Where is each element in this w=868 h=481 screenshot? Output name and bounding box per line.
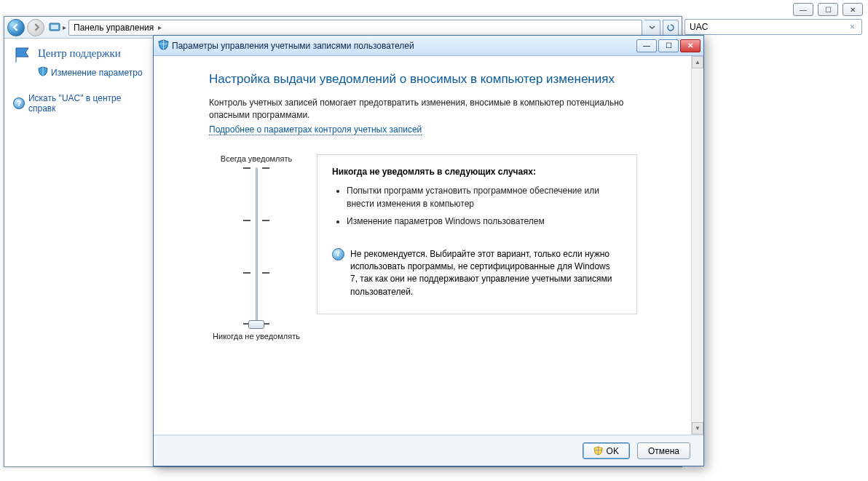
dialog-close-button[interactable]: ✕ bbox=[680, 39, 701, 52]
learn-more-link[interactable]: Подробнее о параметрах контроля учетных … bbox=[209, 124, 422, 135]
scroll-up-button[interactable]: ▲ bbox=[692, 56, 703, 68]
dialog-titlebar[interactable]: Параметры управления учетными записями п… bbox=[154, 36, 703, 56]
panel-note-text: Не рекомендуется. Выбирайте этот вариант… bbox=[350, 248, 616, 299]
panel-heading: Никогда не уведомлять в следующих случая… bbox=[332, 167, 623, 177]
shield-icon bbox=[593, 446, 603, 456]
ok-button[interactable]: OK bbox=[583, 442, 630, 459]
sidebar-subtitle-link[interactable]: Изменение параметро bbox=[38, 66, 151, 79]
help-icon: ? bbox=[13, 98, 25, 109]
slider-thumb[interactable] bbox=[248, 320, 264, 329]
dialog-scrollbar[interactable]: ▲ ▼ bbox=[691, 56, 703, 434]
dialog-description: Контроль учетных записей помогает предот… bbox=[209, 97, 660, 122]
slider-top-label: Всегда уведомлять bbox=[221, 154, 292, 163]
system-icon bbox=[48, 22, 61, 33]
nav-back-button[interactable] bbox=[7, 19, 25, 36]
uac-dialog: Параметры управления учетными записями п… bbox=[153, 35, 704, 466]
help-link-text: Искать "UAC" в центре справк bbox=[28, 93, 151, 114]
sidebar-subtitle-text: Изменение параметро bbox=[51, 68, 143, 78]
dialog-minimize-button[interactable]: — bbox=[636, 39, 657, 52]
address-path[interactable]: Панель управления ▸ bbox=[68, 20, 642, 36]
action-center-flag-icon bbox=[13, 46, 32, 65]
refresh-button[interactable] bbox=[663, 20, 679, 36]
panel-list-item: Попытки программ установить программное … bbox=[347, 184, 609, 210]
dialog-button-bar: OK Отмена bbox=[154, 435, 703, 466]
history-dropdown-button[interactable] bbox=[644, 20, 660, 36]
shield-icon bbox=[38, 66, 48, 79]
cancel-button-label: Отмена bbox=[648, 446, 679, 456]
help-search-link[interactable]: ? Искать "UAC" в центре справк bbox=[13, 93, 151, 114]
breadcrumb-item[interactable]: Панель управления bbox=[74, 23, 154, 33]
cancel-button[interactable]: Отмена bbox=[637, 442, 690, 459]
panel-list-item: Изменение параметров Windows пользовател… bbox=[347, 215, 609, 228]
sidebar-title: Центр поддержки bbox=[38, 47, 121, 60]
clear-search-icon[interactable]: × bbox=[848, 22, 857, 32]
scroll-down-button[interactable]: ▼ bbox=[692, 422, 703, 434]
nav-forward-button[interactable] bbox=[27, 19, 44, 36]
svg-rect-1 bbox=[51, 25, 58, 29]
slider-bottom-label: Никогда не уведомлять bbox=[213, 332, 300, 341]
level-description-panel: Никогда не уведомлять в следующих случая… bbox=[317, 154, 637, 314]
app-minimize-button[interactable]: — bbox=[793, 3, 813, 16]
dialog-body: Настройка выдачи уведомлений о вносимых … bbox=[154, 56, 703, 435]
sidebar: Центр поддержки Изменение параметро ? Ис… bbox=[4, 39, 157, 466]
search-input[interactable]: UAC × bbox=[684, 19, 862, 35]
dialog-maximize-button[interactable]: ☐ bbox=[658, 39, 679, 52]
dialog-heading: Настройка выдачи уведомлений о вносимых … bbox=[209, 72, 674, 87]
shield-icon bbox=[158, 39, 169, 52]
app-close-button[interactable]: ✕ bbox=[843, 3, 863, 16]
uac-slider[interactable] bbox=[240, 167, 272, 327]
breadcrumb-sep-icon: ▸ bbox=[63, 23, 66, 31]
dialog-title: Параметры управления учетными записями п… bbox=[172, 41, 414, 51]
breadcrumb-sep-icon: ▸ bbox=[158, 23, 162, 31]
ok-button-label: OK bbox=[607, 446, 619, 456]
info-icon: i bbox=[332, 248, 344, 261]
app-maximize-button[interactable]: ☐ bbox=[818, 3, 838, 16]
search-value: UAC bbox=[690, 22, 708, 32]
